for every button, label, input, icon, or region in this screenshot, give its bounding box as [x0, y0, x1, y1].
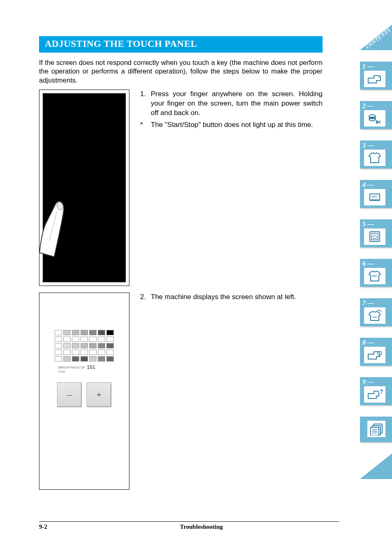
step-2-row: BRIGHTNESS OF 151 LCD – + 2. The machine…	[39, 293, 323, 490]
pages-icon	[367, 421, 385, 437]
step-number: 2.	[140, 293, 148, 302]
gradient-grid	[55, 330, 114, 362]
brightness-plus-button[interactable]: +	[87, 382, 111, 407]
figure-2-brightness-screen: BRIGHTNESS OF 151 LCD – +	[39, 293, 129, 490]
tab-chapter-9[interactable]: 9 — ?!	[360, 377, 392, 405]
page-footer: 9-2 Troubleshooting	[39, 521, 339, 530]
tab-chapter-2[interactable]: 2 —	[360, 101, 392, 129]
step-number: 1.	[140, 90, 148, 118]
tab-chapter-5[interactable]: 5 —	[360, 219, 392, 247]
machine-gear-icon	[364, 347, 385, 363]
tshirt-abc-icon: ABC	[364, 268, 385, 284]
abc-frame-icon: ABC	[364, 189, 385, 205]
tab-chapter-8[interactable]: 8 —	[360, 338, 392, 366]
step-1-row: 1. Press your finger anywhere on the scr…	[39, 90, 323, 286]
tab-chapter-6[interactable]: 6 — ABC	[360, 259, 392, 287]
step-text: The machine displays the screen shown at…	[151, 293, 323, 302]
step-text: Press your finger anywhere on the screen…	[151, 90, 323, 118]
note-mark: *	[140, 120, 148, 130]
brightness-minus-button[interactable]: –	[57, 382, 82, 407]
svg-text:ABC: ABC	[371, 195, 378, 198]
tab-appendix[interactable]	[360, 417, 392, 442]
brightness-label: BRIGHTNESS OF 151 LCD	[58, 365, 122, 373]
figure-1-touchscreen	[39, 90, 129, 286]
sewing-machine-icon	[364, 71, 385, 87]
machine-question-icon: ?!	[364, 386, 385, 403]
page-number: 9-2	[39, 523, 64, 530]
tab-chapter-4[interactable]: 4 — ABC	[360, 180, 392, 208]
tab-chapter-1[interactable]: 1 —	[360, 62, 392, 90]
svg-text:ABC: ABC	[372, 274, 378, 277]
section-header: ADJUSTING THE TOUCH PANEL	[39, 36, 323, 53]
tab-chapter-3[interactable]: 3 —	[360, 141, 392, 168]
tab-contents[interactable]: CONTENTS	[360, 25, 392, 50]
side-tabs: CONTENTS 1 — 2 — 3 — 4 — ABC 5 — 6 — AB	[360, 25, 392, 479]
note-text: The "Start/Stop" button does not light u…	[151, 120, 323, 130]
tab-chapter-7[interactable]: 7 —	[360, 298, 392, 326]
intro-paragraph: If the screen does not respond correctly…	[39, 58, 323, 85]
bobbin-scissors-icon	[364, 110, 385, 127]
tshirt-icon	[364, 150, 385, 166]
svg-text:?!: ?!	[380, 388, 383, 395]
tab-index[interactable]: Index	[360, 454, 392, 479]
tshirt-stitch-icon	[364, 307, 385, 324]
screen-star-icon	[364, 228, 385, 245]
footer-section-name: Troubleshooting	[64, 523, 339, 530]
finger-icon	[38, 199, 71, 257]
